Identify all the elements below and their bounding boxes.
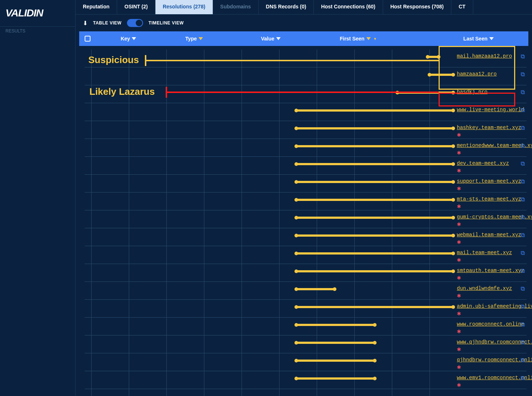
timeline-dot-start [294,144,298,148]
filter-icon [366,37,371,40]
copy-icon[interactable]: ⧉ [521,375,525,381]
tab-5[interactable]: Host Connections (60) [314,0,383,14]
copy-icon[interactable]: ⧉ [521,357,525,364]
domain-link[interactable]: mta-sts.team-meet.xyz [457,196,521,202]
timeline-bar [296,127,453,129]
copy-icon[interactable]: ⧉ [521,339,525,346]
timeline-dot-start [294,234,298,237]
column-key-label: Key [121,36,130,42]
toolbar: ⬇ TABLE VIEW TIMELINE VIEW [76,15,532,31]
copy-icon[interactable]: ⧉ [521,232,525,238]
domain-link[interactable]: dun.wndlwndmfe.xyz [457,286,512,291]
timeline-bar [296,306,453,308]
virus-icon[interactable]: ✱ [457,293,461,299]
tab-7[interactable]: CT [451,0,473,14]
virus-icon[interactable]: ✱ [457,257,461,263]
timeline-dot-start [294,252,298,255]
column-lastseen-label: Last Seen [463,36,487,42]
copy-icon[interactable]: ⧉ [521,321,525,328]
download-icon[interactable]: ⬇ [83,20,88,27]
timeline-area: Suspicious Likely Lazarus mail.hamzaaa12… [76,46,532,396]
virus-icon[interactable]: ✱ [457,364,461,370]
copy-icon[interactable]: ⧉ [521,107,525,113]
timeline-row: www.qjhndbrw.roomconnect.onli⧉✱ [85,335,527,353]
virus-icon[interactable]: ✱ [457,239,461,245]
view-toggle[interactable] [127,19,143,27]
timeline-bar [296,288,335,290]
filter-icon [489,37,494,40]
annotation-lazarus: Likely Lazarus [89,86,155,97]
timeline-dot-start [294,198,298,202]
timeline-bar [296,342,375,344]
timeline-dot-end [451,127,455,130]
virus-icon[interactable]: ✱ [457,186,461,191]
timeline-row: gumi-cryptos.team-meet.xyz⧉✱ [85,210,527,228]
timeline-row: dun.wndlwndmfe.xyz⧉✱ [85,282,527,300]
domain-link[interactable]: mail.team-meet.xyz [457,250,512,256]
timeline-bar [296,163,453,165]
domain-link[interactable]: webmail.team-meet.xyz [457,232,521,238]
timeline-row: dev.team-meet.xyz⧉✱ [85,157,527,175]
copy-icon[interactable]: ⧉ [521,303,525,310]
virus-icon[interactable]: ✱ [457,132,461,138]
timeline-dot-end [373,341,377,345]
copy-icon[interactable]: ⧉ [521,214,525,221]
column-lastseen[interactable]: Last Seen [406,36,523,42]
virus-icon[interactable]: ✱ [457,221,461,227]
table-view-label[interactable]: TABLE VIEW [93,20,122,26]
timeline-dot-end [451,109,455,112]
select-all-checkbox[interactable] [85,36,90,42]
tab-3[interactable]: Subdomains [213,0,259,14]
virus-icon[interactable]: ✱ [457,275,461,281]
timeline-dot-end [451,198,455,202]
timeline-bar [296,145,453,147]
virus-icon[interactable]: ✱ [457,382,461,388]
column-type-label: Type [185,36,197,42]
virus-icon[interactable]: ✱ [457,168,461,174]
tab-6[interactable]: Host Responses (708) [383,0,451,14]
copy-icon[interactable]: ⧉ [521,53,525,60]
copy-icon[interactable]: ⧉ [521,160,525,167]
tab-1[interactable]: OSINT (2) [117,0,155,14]
copy-icon[interactable]: ⧉ [521,196,525,203]
timeline-dot-end [451,252,455,255]
timeline-row: smtpauth.team-meet.xyz⧉✱ [85,264,527,282]
timeline-dot-end [451,180,455,184]
domain-link[interactable]: www.roomconnect.online [457,321,524,327]
virus-icon[interactable]: ✱ [457,346,461,352]
timeline-dot-end [451,216,455,220]
virus-icon[interactable]: ✱ [457,329,461,334]
copy-icon[interactable]: ⧉ [521,286,525,292]
copy-icon[interactable]: ⧉ [521,143,525,149]
column-key[interactable]: Key [99,36,158,42]
column-value[interactable]: Value [231,36,311,42]
domain-link[interactable]: dev.team-meet.xyz [457,160,509,166]
timeline-dot-start [294,305,298,309]
timeline-dot-start [294,341,298,345]
copy-icon[interactable]: ⧉ [521,250,525,256]
domain-link[interactable]: www.live-meeting.world [457,107,524,113]
copy-icon[interactable]: ⧉ [521,71,525,78]
tab-4[interactable]: DNS Records (0) [259,0,314,14]
timeline-row: mail.team-meet.xyz⧉✱ [85,246,527,264]
timeline-bar [296,234,453,237]
column-firstseen[interactable]: First Seen ▼ [311,36,406,42]
timeline-view-label[interactable]: TIMELINE VIEW [149,20,184,26]
domain-link[interactable]: smtpauth.team-meet.xyz [457,268,524,273]
tab-2[interactable]: Resolutions (278) [155,0,213,14]
virus-icon[interactable]: ✱ [457,203,461,209]
sidebar: VALIDIN RESULTS [0,0,76,396]
timeline-dot-start [294,377,298,380]
virus-icon[interactable]: ✱ [457,150,461,156]
domain-link[interactable]: hashkey.team-meet.xyz [457,125,521,131]
copy-icon[interactable]: ⧉ [521,178,525,185]
tab-0[interactable]: Reputation [76,0,117,14]
timeline-dot-end [451,234,455,237]
virus-icon[interactable]: ✱ [457,311,461,317]
timeline-dot-start [294,180,298,184]
copy-icon[interactable]: ⧉ [521,268,525,274]
column-type[interactable]: Type [158,36,231,42]
domain-link[interactable]: support.team-meet.xyz [457,178,521,184]
copy-icon[interactable]: ⧉ [521,89,525,96]
copy-icon[interactable]: ⧉ [521,125,525,131]
